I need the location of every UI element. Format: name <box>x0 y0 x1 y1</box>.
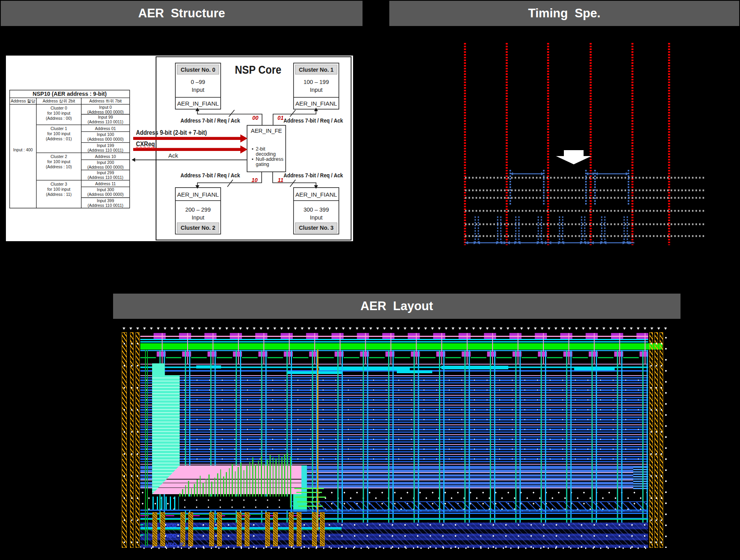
svg-text:(Address 110 0011): (Address 110 0011) <box>87 119 123 124</box>
svg-text:AER_IN_FIANL: AER_IN_FIANL <box>296 100 337 107</box>
svg-text:(Address 000 0000): (Address 000 0000) <box>87 192 124 197</box>
svg-text:Input 299: Input 299 <box>97 170 114 175</box>
svg-text:(Address : 00): (Address : 00) <box>46 116 72 121</box>
svg-text:NSP Core: NSP Core <box>235 63 281 76</box>
svg-text:Cluster 3: Cluster 3 <box>50 182 67 186</box>
svg-text:Null-address: Null-address <box>256 156 283 162</box>
svg-text:300 – 399: 300 – 399 <box>303 207 329 213</box>
svg-text:AER_IN_FIANL: AER_IN_FIANL <box>296 191 337 198</box>
svg-text:Address 01: Address 01 <box>95 126 116 131</box>
svg-text:2-bit: 2-bit <box>256 146 266 152</box>
svg-text:(Address 110 0011): (Address 110 0011) <box>87 148 123 153</box>
svg-text:Input: Input <box>192 87 204 93</box>
svg-text:Input 100: Input 100 <box>97 132 114 137</box>
svg-text:AER_IN_FIANL: AER_IN_FIANL <box>177 191 219 198</box>
svg-text:for 100 input: for 100 input <box>47 111 70 115</box>
svg-text:Input 200: Input 200 <box>97 160 114 165</box>
svg-text:Cluster 1: Cluster 1 <box>50 126 67 131</box>
svg-text:0 –99: 0 –99 <box>191 79 205 85</box>
svg-text:Address 10: Address 10 <box>95 154 116 159</box>
svg-text:(Address 110 0011): (Address 110 0011) <box>87 175 123 180</box>
svg-text:Address 7-bit / Req / Ack: Address 7-bit / Req / Ack <box>180 172 240 179</box>
svg-text:AER_IN_FE: AER_IN_FE <box>251 128 282 134</box>
svg-text:(Address : 11): (Address : 11) <box>46 192 72 197</box>
svg-text:Address 7-bit / Req / Ack: Address 7-bit / Req / Ack <box>284 117 344 124</box>
svg-text:Cluster No. 0: Cluster No. 0 <box>181 66 216 73</box>
svg-text:00: 00 <box>252 115 258 121</box>
svg-text:for 100 input: for 100 input <box>47 159 70 164</box>
svg-text:Input 99: Input 99 <box>98 115 113 119</box>
svg-text:Input: Input <box>192 214 204 221</box>
svg-text:01: 01 <box>277 115 284 121</box>
svg-text:Address 7-bit / Req / Ack: Address 7-bit / Req / Ack <box>180 117 240 124</box>
svg-text:11: 11 <box>278 177 284 183</box>
svg-text:(Address 000 0000): (Address 000 0000) <box>87 165 124 169</box>
svg-text:Address 할당: Address 할당 <box>11 99 35 103</box>
svg-text:Input 199: Input 199 <box>97 143 114 148</box>
svg-text:Address 상위 2bit: Address 상위 2bit <box>43 99 75 103</box>
svg-text:Address 11: Address 11 <box>95 181 115 186</box>
svg-text:Ack: Ack <box>168 152 178 159</box>
svg-text:Cluster 2: Cluster 2 <box>50 154 67 159</box>
svg-text:NSP10 (AER address : 9-bit): NSP10 (AER address : 9-bit) <box>33 91 107 97</box>
svg-text:Cluster No. 2: Cluster No. 2 <box>181 224 216 231</box>
svg-text:Input 399: Input 399 <box>97 198 114 203</box>
svg-text:200 – 299: 200 – 299 <box>185 207 211 213</box>
svg-text:Address 하위 7bit: Address 하위 7bit <box>89 99 122 103</box>
svg-text:10: 10 <box>251 177 258 183</box>
svg-text:for 100 input: for 100 input <box>47 187 70 192</box>
svg-text:Input 0: Input 0 <box>99 105 112 110</box>
svg-text:100 – 199: 100 – 199 <box>303 79 329 85</box>
svg-text:(Address 000 0000): (Address 000 0000) <box>87 137 124 141</box>
svg-text:Input: Input <box>310 87 322 93</box>
svg-text:Cluster No. 1: Cluster No. 1 <box>299 66 334 73</box>
svg-text:Input: Input <box>310 214 322 221</box>
svg-text:(Address 110 0011): (Address 110 0011) <box>87 203 123 208</box>
svg-text:Address 9-bit (2-bit + 7-bit): Address 9-bit (2-bit + 7-bit) <box>136 129 207 136</box>
svg-text:(Address : 01): (Address : 01) <box>46 136 72 141</box>
svg-text:CXReq: CXReq <box>136 140 155 148</box>
svg-text:Cluster No. 3: Cluster No. 3 <box>299 224 334 231</box>
svg-text:gating: gating <box>256 162 269 167</box>
svg-text:Input 300: Input 300 <box>97 187 114 192</box>
svg-text:Input : 400: Input : 400 <box>13 147 33 152</box>
svg-text:for 100 input: for 100 input <box>47 131 70 136</box>
svg-text:(Address 000 0000): (Address 000 0000) <box>87 110 124 114</box>
svg-text:AER_IN_FIANL: AER_IN_FIANL <box>177 100 219 107</box>
svg-text:Address 7-bit / Req / Ack: Address 7-bit / Req / Ack <box>284 172 344 179</box>
svg-text:decoding: decoding <box>256 151 276 157</box>
svg-text:(Address : 10): (Address : 10) <box>46 164 72 169</box>
svg-text:Cluster 0: Cluster 0 <box>50 106 67 110</box>
